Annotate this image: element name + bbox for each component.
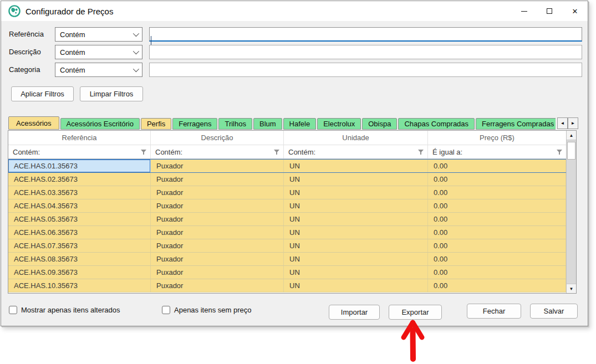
table-cell[interactable]: ACE.HAS.04.35673 (8, 199, 151, 212)
table-cell[interactable]: UN (284, 266, 428, 279)
close-dialog-button[interactable]: Fechar (467, 304, 521, 319)
tab-scroll-left-button[interactable]: ◄ (557, 117, 568, 129)
filter-cell-descricao[interactable]: Contém: (151, 145, 284, 158)
table-cell[interactable]: Puxador (151, 266, 284, 279)
table-row[interactable]: ACE.HAS.08.35673PuxadorUN0.00 (8, 253, 566, 266)
minimize-button[interactable] (511, 1, 537, 21)
funnel-icon[interactable] (418, 150, 424, 155)
categoria-filter-input[interactable] (149, 63, 582, 77)
table-cell[interactable]: 0.00 (428, 279, 566, 292)
table-cell[interactable]: 0.00 (428, 239, 566, 252)
table-cell[interactable]: Puxador (151, 253, 284, 265)
checkbox-box[interactable] (9, 306, 17, 314)
table-cell[interactable]: Puxador (151, 226, 284, 239)
funnel-icon[interactable] (557, 150, 562, 155)
tab-label: Obispa (368, 120, 391, 128)
table-cell[interactable]: 0.00 (428, 253, 566, 265)
table-cell[interactable]: Puxador (151, 239, 284, 252)
scrollbar-thumb[interactable] (567, 142, 575, 160)
table-cell[interactable]: ACE.HAS.07.35673 (8, 239, 151, 252)
scroll-down-button[interactable]: ▼ (567, 284, 576, 293)
table-row[interactable]: ACE.HAS.03.35673PuxadorUN0.00 (8, 186, 566, 199)
tab-trilhos[interactable]: Trilhos (218, 118, 252, 130)
chevron-down-icon (133, 48, 139, 54)
table-cell[interactable]: ACE.HAS.10.35673 (8, 279, 151, 292)
tab-acessorios[interactable]: Acessórios (8, 116, 59, 130)
tab-chapas-compradas[interactable]: Chapas Compradas (398, 118, 475, 130)
tab-ferragens[interactable]: Ferragens (172, 118, 217, 130)
table-cell[interactable]: ACE.HAS.01.35673 (8, 160, 151, 172)
referencia-operator-select[interactable]: Contém (55, 27, 142, 42)
filter-cell-unidade[interactable]: Contém: (284, 145, 428, 158)
checkbox-box[interactable] (162, 306, 170, 314)
tab-electrolux[interactable]: Electrolux (317, 118, 361, 130)
show-only-changed-checkbox[interactable]: Mostrar apenas itens alterados (9, 306, 120, 314)
table-cell[interactable]: 0.00 (428, 226, 566, 239)
table-cell[interactable]: 0.00 (428, 213, 566, 225)
referencia-filter-input[interactable] (149, 27, 582, 42)
table-cell[interactable]: 0.00 (428, 266, 566, 279)
table-cell[interactable]: UN (284, 279, 428, 292)
table-cell[interactable]: ACE.HAS.02.35673 (8, 173, 151, 186)
close-button[interactable]: ✕ (562, 1, 588, 21)
categoria-operator-select[interactable]: Contém (55, 63, 142, 77)
column-header-preco[interactable]: Preço (R$) (428, 131, 566, 145)
tab-perfis[interactable]: Perfis (141, 118, 171, 130)
tab-ferragens-compradas[interactable]: Ferragens Compradas (476, 118, 556, 130)
table-cell[interactable]: Puxador (151, 213, 284, 225)
funnel-icon[interactable] (141, 150, 146, 155)
table-cell[interactable]: UN (284, 239, 428, 252)
table-cell[interactable]: UN (284, 160, 428, 172)
descricao-operator-select[interactable]: Contém (55, 45, 142, 59)
table-cell[interactable]: Puxador (151, 173, 284, 186)
table-row[interactable]: ACE.HAS.02.35673PuxadorUN0.00 (8, 173, 566, 186)
import-button[interactable]: Importar (329, 305, 380, 320)
table-row[interactable]: ACE.HAS.07.35673PuxadorUN0.00 (8, 239, 566, 253)
tab-scroll-right-button[interactable]: ► (568, 117, 578, 129)
table-cell[interactable]: ACE.HAS.05.35673 (8, 213, 151, 225)
tab-acessorios-escritorio[interactable]: Acessórios Escritório (60, 118, 140, 130)
column-header-referencia[interactable]: Referência (8, 131, 151, 145)
clear-filters-button[interactable]: Limpar Filtros (80, 86, 143, 101)
table-cell[interactable]: ACE.HAS.09.35673 (8, 266, 151, 279)
column-header-descricao[interactable]: Descrição (151, 131, 284, 145)
only-items-without-price-checkbox[interactable]: Apenas itens sem preço (162, 306, 251, 314)
table-cell[interactable]: Puxador (151, 279, 284, 292)
table-cell[interactable]: 0.00 (428, 186, 566, 199)
table-cell[interactable]: ACE.HAS.03.35673 (8, 186, 151, 199)
table-cell[interactable]: UN (284, 199, 428, 212)
apply-filters-button[interactable]: Aplicar Filtros (11, 86, 74, 101)
filter-cell-preco[interactable]: É igual a: (428, 145, 566, 158)
table-row[interactable]: ACE.HAS.04.35673PuxadorUN0.00 (8, 199, 566, 213)
tab-hafele[interactable]: Hafele (283, 118, 317, 130)
table-cell[interactable]: UN (284, 186, 428, 199)
descricao-filter-input[interactable] (149, 45, 582, 59)
table-cell[interactable]: UN (284, 173, 428, 186)
table-cell[interactable]: 0.00 (428, 199, 566, 212)
table-cell[interactable]: ACE.HAS.08.35673 (8, 253, 151, 265)
maximize-button[interactable] (537, 1, 562, 21)
table-cell[interactable]: ACE.HAS.06.35673 (8, 226, 151, 239)
table-cell[interactable]: UN (284, 226, 428, 239)
save-button[interactable]: Salvar (530, 304, 578, 319)
table-cell[interactable]: 0.00 (428, 173, 566, 186)
tab-blum[interactable]: Blum (253, 118, 282, 130)
export-button[interactable]: Exportar (389, 305, 442, 320)
funnel-icon[interactable] (274, 150, 279, 155)
table-cell[interactable]: UN (284, 253, 428, 265)
table-row[interactable]: ACE.HAS.06.35673PuxadorUN0.00 (8, 226, 566, 239)
table-row[interactable]: ACE.HAS.10.35673PuxadorUN0.00 (8, 279, 566, 293)
filter-cell-referencia[interactable]: Contém: (8, 145, 151, 158)
tab-obispa[interactable]: Obispa (362, 118, 397, 130)
table-cell[interactable]: Puxador (151, 186, 284, 199)
table-row[interactable]: ACE.HAS.05.35673PuxadorUN0.00 (8, 213, 566, 226)
scroll-up-button[interactable]: ▲ (567, 131, 576, 140)
table-cell[interactable]: UN (284, 213, 428, 225)
vertical-scrollbar[interactable]: ▲ ▼ (566, 131, 576, 293)
table-cell[interactable]: Puxador (151, 199, 284, 212)
column-header-unidade[interactable]: Unidade (284, 131, 428, 145)
table-cell[interactable]: 0.00 (428, 160, 566, 172)
table-cell[interactable]: Puxador (151, 160, 284, 172)
table-row[interactable]: ACE.HAS.01.35673PuxadorUN0.00 (8, 159, 566, 173)
table-row[interactable]: ACE.HAS.09.35673PuxadorUN0.00 (8, 266, 566, 279)
